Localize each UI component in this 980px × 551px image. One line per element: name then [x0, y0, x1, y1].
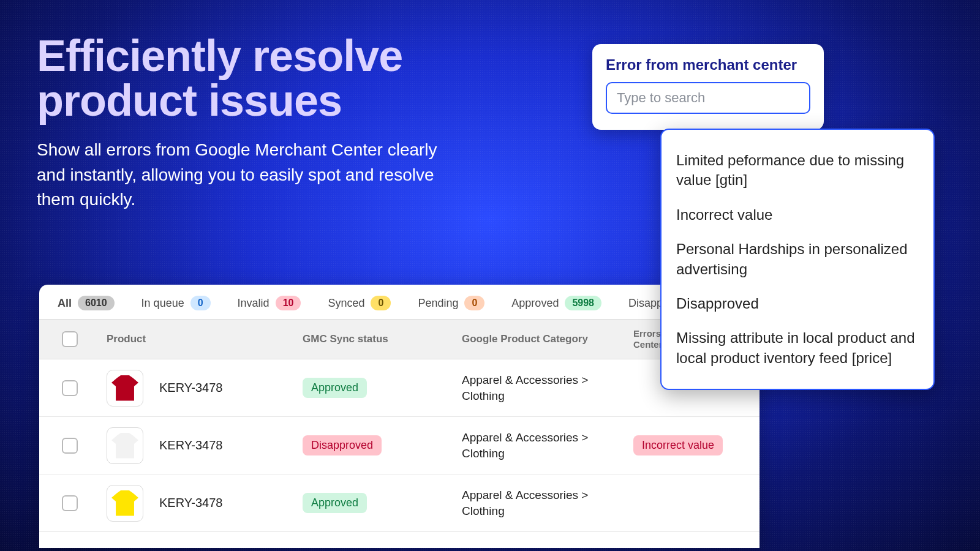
status-tabs: All6010In queue0Invalid10Synced0Pending0… [39, 285, 760, 319]
dropdown-option[interactable]: Disapproved [676, 287, 919, 321]
tab-count-badge: 6010 [78, 296, 115, 310]
product-sku: KERY-3478 [159, 438, 222, 452]
table-row: KERY-3478ApprovedApparel & Accessories >… [39, 474, 760, 532]
col-status: GMC Sync status [296, 333, 456, 345]
product-sku: KERY-3478 [159, 496, 222, 510]
category-text: Apparel & Accessories > Clothing [462, 431, 588, 460]
tab-all[interactable]: All6010 [58, 296, 115, 310]
tshirt-icon [111, 433, 138, 459]
tab-count-badge: 0 [190, 296, 211, 310]
tab-count-badge: 5998 [565, 296, 601, 310]
dropdown-option[interactable]: Incorrect value [676, 198, 919, 232]
search-card-title: Error from merchant center [606, 56, 810, 73]
product-thumbnail [107, 370, 143, 407]
page-subtitle: Show all errors from Google Merchant Cen… [37, 138, 453, 212]
tab-pending[interactable]: Pending0 [418, 296, 484, 310]
tab-label: All [58, 297, 72, 310]
category-text: Apparel & Accessories > Clothing [462, 489, 588, 517]
tab-count-badge: 0 [464, 296, 484, 310]
product-sku: KERY-3478 [159, 381, 222, 395]
search-card: Error from merchant center [592, 44, 824, 130]
tab-label: Pending [418, 297, 458, 310]
tab-count-badge: 0 [371, 296, 391, 310]
tab-count-badge: 10 [276, 296, 301, 310]
tshirt-icon [111, 490, 138, 516]
product-thumbnail [107, 427, 143, 464]
tshirt-icon [111, 375, 138, 401]
status-badge: Approved [303, 378, 367, 398]
dropdown-option[interactable]: Missing attribute in local product and l… [676, 321, 919, 375]
dropdown-option[interactable]: Personal Hardships in personalized adver… [676, 232, 919, 287]
col-category: Google Product Category [456, 333, 627, 345]
product-thumbnail [107, 485, 143, 522]
error-badge: Incorrect value [633, 435, 723, 455]
tab-in-queue[interactable]: In queue0 [141, 296, 211, 310]
dropdown-option[interactable]: Limited peformance due to missing value … [676, 143, 919, 198]
row-checkbox[interactable] [62, 438, 78, 454]
table-row: KERY-3478ApprovedApparel & Accessories >… [39, 359, 760, 417]
select-all-checkbox[interactable] [62, 331, 78, 347]
page-title: Efficiently resolve product issues [37, 34, 502, 124]
product-table-card: All6010In queue0Invalid10Synced0Pending0… [39, 285, 760, 548]
tab-invalid[interactable]: Invalid10 [238, 296, 301, 310]
search-dropdown: Limited peformance due to missing value … [660, 129, 935, 390]
category-text: Apparel & Accessories > Clothing [462, 373, 588, 402]
status-badge: Approved [303, 493, 367, 513]
tab-label: Approved [511, 297, 559, 310]
table-row: KERY-3478DisapprovedApparel & Accessorie… [39, 417, 760, 474]
tab-label: Synced [328, 297, 364, 310]
status-badge: Disapproved [303, 435, 382, 455]
row-checkbox[interactable] [62, 380, 78, 396]
tab-label: Invalid [238, 297, 270, 310]
table-header: Product GMC Sync status Google Product C… [39, 319, 760, 359]
tab-synced[interactable]: Synced0 [328, 296, 391, 310]
row-checkbox[interactable] [62, 495, 78, 511]
search-input[interactable] [606, 82, 810, 114]
tab-approved[interactable]: Approved5998 [511, 296, 601, 310]
col-product: Product [100, 333, 296, 345]
tab-label: In queue [141, 297, 184, 310]
